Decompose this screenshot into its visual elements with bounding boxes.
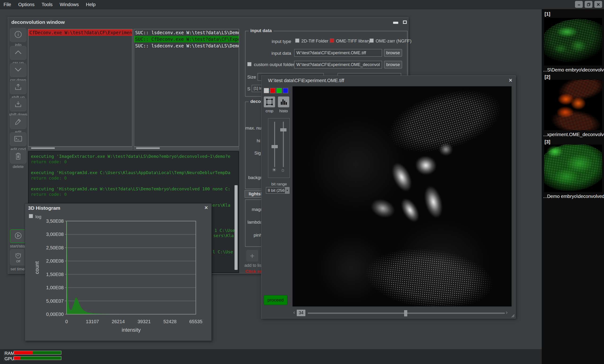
close-button[interactable]: [594, 1, 602, 8]
proceed-button[interactable]: proceed: [264, 295, 287, 305]
log-line: [31, 197, 239, 202]
menu-items: FileOptionsToolsWindowsHelp: [0, 0, 99, 9]
queue-row[interactable]: SUC:: CfDeconv.exe W:\test?data\CF\Expe: [134, 36, 239, 42]
channel-swatch-red[interactable]: [270, 88, 275, 93]
histogram-chart: 3,50E083,00E082,50E082,00E081,50E081,00E…: [25, 204, 212, 341]
queue-left-hscroll-thumb[interactable]: [31, 148, 55, 149]
custom-output-field[interactable]: [294, 61, 382, 68]
histogram-tool-button[interactable]: [278, 97, 289, 107]
radio-ome-tiff-library[interactable]: [330, 38, 334, 43]
channel-swatch-blue[interactable]: [283, 88, 288, 93]
image-canvas[interactable]: [292, 86, 512, 307]
delete-icon: [14, 152, 22, 161]
slice-prev-button[interactable]: ‹: [293, 310, 295, 316]
minimize-button[interactable]: [575, 1, 583, 8]
restore-icon: [587, 3, 590, 6]
toolbar-button-start-stop[interactable]: [10, 229, 26, 243]
menu-item-options[interactable]: Options: [15, 0, 38, 9]
restore-button[interactable]: [585, 1, 592, 8]
gpu-used-fill: [14, 356, 21, 360]
toolbar-button-info[interactable]: [10, 28, 26, 42]
toolbar-button-csr-down[interactable]: [10, 63, 26, 77]
toolbar-button-csr-up[interactable]: [10, 46, 26, 60]
bit-range-select[interactable]: 8 bit (256 ▼: [266, 187, 289, 194]
radio-ome-zarr-ngff-[interactable]: [369, 38, 374, 43]
min-level-slider[interactable]: [274, 122, 275, 167]
menu-item-windows[interactable]: Windows: [56, 0, 82, 9]
menu-item-tools[interactable]: Tools: [38, 0, 56, 9]
histogram-window: 3D Histogram ✕ log 3,50E083,00E082,50E08…: [25, 203, 212, 341]
min-level-handle[interactable]: [272, 145, 278, 148]
toolbar-button-edit-cmd[interactable]: [10, 132, 26, 146]
queue-right-hscrollbar[interactable]: [134, 147, 239, 149]
input-browse-button[interactable]: browse: [384, 49, 402, 57]
size-label: Size: [247, 75, 256, 80]
toolbar-label-delete: delete: [8, 164, 28, 169]
menu-bar: FileOptionsToolsWindowsHelp: [0, 0, 604, 9]
command-queue-list[interactable]: CfDeconv.exe W:\test?data\CF\Experiment: [28, 29, 132, 147]
deconv-minimize-button[interactable]: [393, 22, 398, 24]
svg-text:26214: 26214: [112, 319, 125, 324]
thumbnail-1-caption: ...S\Demo embryo\deconvolved: [543, 67, 604, 73]
channel-swatch-gray[interactable]: [264, 88, 269, 93]
log-line: return code: 0: [31, 191, 239, 197]
custom-output-checkbox[interactable]: [247, 62, 252, 66]
log-line-fragment: sers\Kla: [213, 233, 234, 238]
histogram-icon: [280, 98, 287, 105]
radio-label: OME-zarr (NGFF): [376, 38, 412, 44]
radio-label: 2D-Tiff Folder: [301, 38, 328, 44]
toolbar-button-delete[interactable]: [10, 150, 26, 163]
start-stop-icon: [14, 231, 22, 241]
deconv-maximize-button[interactable]: [403, 21, 407, 24]
thumbnail-3[interactable]: [544, 145, 602, 192]
add-to-list-button[interactable]: +: [246, 250, 258, 262]
crop-tool-button[interactable]: [264, 97, 275, 107]
max-level-handle[interactable]: [280, 128, 286, 131]
radio-2d-tiff-folder[interactable]: [295, 38, 299, 43]
input-data-field[interactable]: [294, 49, 382, 57]
output-browse-button[interactable]: browse: [384, 61, 402, 68]
toolbar-button-edit[interactable]: [10, 115, 26, 129]
toolbar-button-set-timer[interactable]: Off: [10, 249, 26, 265]
svg-text:1,50E08: 1,50E08: [46, 272, 64, 277]
crop-tool-label: crop: [264, 109, 275, 113]
thumbnail-2[interactable]: [544, 80, 602, 130]
menu-item-file[interactable]: File: [0, 0, 15, 9]
slice-slider-handle[interactable]: [404, 310, 407, 316]
slice-next-button[interactable]: ›: [506, 310, 507, 316]
param-label-background: backgr: [248, 175, 262, 180]
menu-item-help[interactable]: Help: [82, 0, 99, 9]
queue-row[interactable]: SUC:: lsdeconv.exe W:\test?data\LS\Demo: [134, 29, 239, 36]
viewer-close-button[interactable]: ✕: [509, 78, 513, 83]
gpu-bar: [14, 356, 61, 360]
command-history-list[interactable]: SUC:: lsdeconv.exe W:\test?data\LS\DemoS…: [134, 29, 239, 147]
log-line: executing 'ImageExtractor.exe W:\test?da…: [31, 154, 239, 159]
click-notice-text: Click re: [245, 269, 262, 274]
set-timer-icon: [14, 252, 22, 260]
thumbnail-1-index: [1]: [544, 11, 550, 17]
svg-text:3,00E08: 3,00E08: [46, 232, 64, 237]
channel-swatch-green[interactable]: [277, 88, 282, 93]
log-vscrollbar-thumb[interactable]: [235, 185, 238, 270]
image-viewer-window: W:\test data\CF\Experiment.OME.tiff ✕ cr…: [261, 75, 516, 318]
deconvolution-window-title: deconvolution window: [11, 19, 65, 25]
queue-left-hscrollbar[interactable]: [28, 147, 132, 149]
add-to-list-label: add to list: [244, 263, 263, 268]
svg-text:2,50E08: 2,50E08: [46, 245, 64, 250]
queue-row[interactable]: SUC:: lsdeconv.exe W:\test?data\LS\Demo: [134, 42, 239, 49]
chevron-down-icon[interactable]: ▼: [285, 187, 289, 193]
custom-output-label: custom output folder: [254, 62, 294, 67]
status-strip: RAM GPU: [0, 349, 542, 364]
queue-row[interactable]: CfDeconv.exe W:\test?data\CF\Experiment: [28, 29, 132, 36]
csr-up-icon: [14, 49, 23, 57]
slice-value[interactable]: 34: [297, 310, 305, 316]
minimize-icon: [577, 3, 581, 6]
thumbnail-3-caption: ...Demo embryo\deconvolved~1: [543, 194, 604, 199]
resize-grip[interactable]: [511, 314, 514, 317]
input-data-label: input data: [245, 51, 291, 56]
toolbar-button-shift-down[interactable]: [10, 98, 26, 111]
shift-down-icon: [14, 100, 22, 109]
queue-right-hscroll-thumb[interactable]: [136, 148, 160, 149]
thumbnail-1[interactable]: [544, 18, 602, 66]
toolbar-button-shift-up[interactable]: [10, 80, 26, 94]
